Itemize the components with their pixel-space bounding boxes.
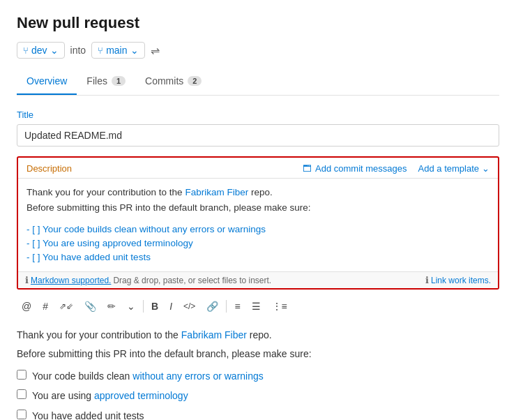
- markdown-toolbar: @ # ⇗⇙ 📎 ✏ ⌄ B I </> 🔗 ≡ ☰ ⋮≡: [17, 294, 499, 320]
- check-item-3-label: You have added unit tests: [32, 408, 144, 420]
- tab-commits-badge: 2: [188, 76, 202, 86]
- tabs-bar: Overview Files 1 Commits 2: [17, 70, 499, 96]
- chevron-down-icon: ⌄: [50, 45, 59, 56]
- preview-intro-1: Thank you for your contribution to the F…: [17, 327, 499, 343]
- desc-list-item-3: - [ ] You have added unit tests: [26, 250, 490, 264]
- code-button[interactable]: </>: [179, 299, 200, 314]
- info-icon-2: ℹ: [425, 275, 429, 285]
- branch-icon-2: ⑂: [98, 45, 103, 56]
- desc-list-item-2: - [ ] You are using approved terminology: [26, 237, 490, 250]
- description-textarea[interactable]: Thank you for your contribution to the F…: [18, 179, 498, 271]
- swap-branches-icon[interactable]: ⇌: [151, 44, 160, 57]
- pull-request-form: Title Description 🗔 Add commit messages …: [17, 110, 499, 420]
- unordered-list-button[interactable]: ☰: [247, 298, 266, 315]
- tab-overview-label: Overview: [26, 75, 67, 87]
- page-title: New pull request: [17, 14, 499, 32]
- check-item-2: You are using approved terminology: [17, 388, 499, 403]
- check-item-1-highlight: without any errors or warnings: [132, 370, 264, 382]
- check-item-1-checkbox[interactable]: [17, 370, 26, 380]
- branch-selector: ⑂ dev ⌄ into ⑂ main ⌄ ⇌: [17, 42, 499, 59]
- desc-line-1: Thank you for your contribution to the F…: [26, 186, 490, 200]
- description-header: Description 🗔 Add commit messages Add a …: [18, 158, 498, 179]
- quote-button[interactable]: ≡: [229, 298, 245, 315]
- check-item-3: You have added unit tests: [17, 408, 499, 420]
- tab-files-label: Files: [86, 75, 107, 87]
- chevron-down-icon-2: ⌄: [130, 45, 139, 56]
- preview-section: Thank you for your contribution to the F…: [17, 327, 499, 420]
- tab-commits[interactable]: Commits 2: [135, 70, 211, 95]
- toolbar-divider-2: [226, 300, 227, 313]
- drag-drop-text: Drag & drop, paste, or select files to i…: [113, 276, 271, 285]
- markdown-info-bar: ℹ Markdown supported. Drag & drop, paste…: [18, 271, 498, 288]
- tab-files-badge: 1: [112, 76, 126, 86]
- description-label: Description: [26, 163, 72, 174]
- info-icon: ℹ: [25, 275, 29, 285]
- link-work-items-label: Link work items.: [431, 276, 491, 285]
- italic-button[interactable]: I: [165, 298, 177, 315]
- add-commit-messages-label: Add commit messages: [315, 163, 407, 174]
- desc-list-item-1: - [ ] Your code builds clean without any…: [26, 223, 490, 237]
- desc-list: - [ ] Your code builds clean without any…: [26, 223, 490, 265]
- format-button[interactable]: ✏: [103, 298, 121, 315]
- link-button[interactable]: 🔗: [202, 298, 223, 315]
- check-item-1-label: Your code builds clean without any error…: [32, 368, 264, 384]
- markdown-info-left: ℹ Markdown supported. Drag & drop, paste…: [25, 275, 271, 285]
- markdown-supported-link[interactable]: Markdown supported.: [31, 276, 111, 285]
- description-actions: 🗔 Add commit messages Add a template ⌄: [303, 163, 490, 174]
- description-container: Description 🗔 Add commit messages Add a …: [17, 156, 499, 290]
- check-item-1: Your code builds clean without any error…: [17, 368, 499, 384]
- target-branch-label: main: [106, 45, 127, 56]
- add-commit-messages-button[interactable]: 🗔 Add commit messages: [303, 163, 407, 174]
- chevron-down-icon-3: ⌄: [482, 163, 490, 174]
- check-item-2-label: You are using approved terminology: [32, 388, 188, 403]
- toolbar-divider-1: [143, 300, 144, 313]
- embed-button[interactable]: ⇗⇙: [54, 299, 78, 314]
- link-work-items[interactable]: ℹ Link work items.: [425, 275, 491, 285]
- add-template-label: Add a template: [418, 163, 479, 174]
- ordered-list-button[interactable]: ⋮≡: [267, 298, 292, 315]
- preview-fabrikam-link[interactable]: Fabrikam Fiber: [181, 329, 247, 340]
- target-branch-button[interactable]: ⑂ main ⌄: [91, 42, 144, 59]
- title-label: Title: [17, 110, 499, 120]
- branch-icon: ⑂: [23, 45, 29, 56]
- bold-button[interactable]: B: [146, 298, 163, 315]
- tab-commits-label: Commits: [145, 75, 183, 87]
- add-template-button[interactable]: Add a template ⌄: [418, 163, 490, 174]
- into-text: into: [70, 45, 86, 56]
- format-dropdown-button[interactable]: ⌄: [122, 298, 140, 315]
- check-item-3-checkbox[interactable]: [17, 410, 26, 419]
- desc-line-2: Before submitting this PR into the defau…: [26, 201, 490, 215]
- source-branch-button[interactable]: ⑂ dev ⌄: [17, 42, 65, 59]
- tab-overview[interactable]: Overview: [17, 70, 77, 95]
- mention-button[interactable]: @: [17, 298, 36, 315]
- preview-intro-2: Before submitting this PR into the defau…: [17, 346, 499, 361]
- preview-checklist: Your code builds clean without any error…: [17, 368, 499, 420]
- attach-button[interactable]: 📎: [79, 298, 101, 315]
- work-item-button[interactable]: #: [38, 298, 53, 315]
- check-item-2-checkbox[interactable]: [17, 389, 26, 399]
- fabrikam-link[interactable]: Fabrikam Fiber: [185, 187, 248, 197]
- tab-files[interactable]: Files 1: [77, 70, 135, 95]
- source-branch-label: dev: [31, 45, 47, 56]
- commit-icon: 🗔: [303, 163, 312, 174]
- title-input[interactable]: [17, 124, 499, 147]
- check-item-2-highlight: approved terminology: [94, 390, 188, 401]
